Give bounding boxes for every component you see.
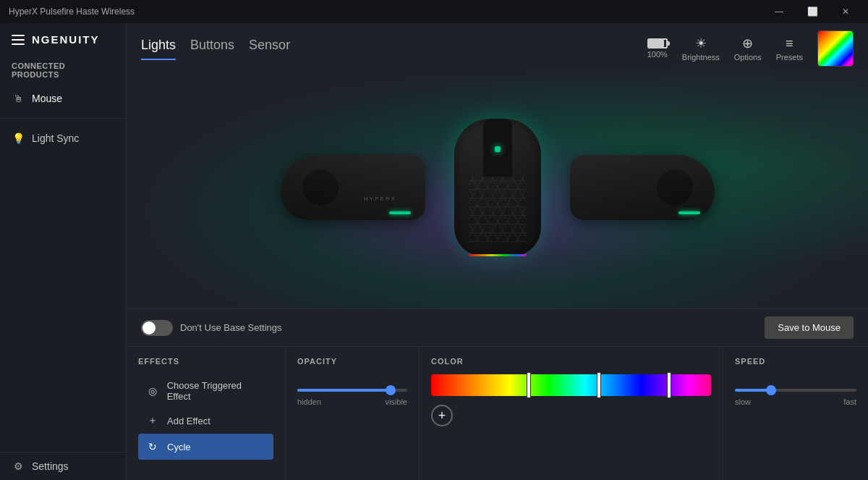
opacity-slider-track[interactable] — [297, 389, 407, 392]
toggle-row: Don't Use Base Settings — [141, 320, 282, 336]
effect-choose-triggered-label: Choose Triggered Effect — [167, 380, 266, 402]
sidebar-item-mouse-label: Mouse — [32, 93, 62, 104]
sidebar-item-light-sync-label: Light Sync — [32, 132, 79, 144]
connected-products-label: Connected Products — [0, 56, 126, 85]
speed-slider-thumb[interactable] — [766, 385, 776, 395]
titlebar: HyperX Pulsefire Haste Wireless — ⬜ ✕ — [0, 0, 868, 23]
mouse-images: HYPERX — [281, 104, 715, 271]
speed-slider-container: slow fast — [735, 374, 856, 413]
maximize-button[interactable]: ⬜ — [796, 0, 829, 23]
options-button[interactable]: ⊕ Options — [734, 35, 762, 62]
app-body: NGENUITY Connected Products 🖱 Mouse 💡 Li… — [0, 23, 868, 480]
speed-label-left: slow — [735, 397, 751, 406]
hex-pattern — [469, 177, 527, 242]
add-color-button[interactable]: + — [431, 405, 453, 426]
add-effect-icon: ＋ — [145, 413, 160, 428]
speed-slider-track[interactable] — [735, 389, 856, 392]
close-button[interactable]: ✕ — [829, 0, 862, 23]
mouse-center-view — [454, 119, 541, 256]
effects-panel-title: EFFECTS — [138, 357, 273, 366]
opacity-slider-container: hidden visible — [297, 374, 407, 413]
opacity-label-left: hidden — [297, 397, 321, 406]
effect-add-effect[interactable]: ＋ Add Effect — [138, 408, 273, 434]
presets-label: Presets — [776, 53, 803, 62]
sidebar-item-mouse[interactable]: 🖱 Mouse — [0, 85, 126, 112]
color-marker-2[interactable] — [597, 372, 601, 398]
nav-tabs: Lights Buttons Sensor — [141, 38, 290, 60]
battery-icon — [647, 38, 668, 49]
window-controls: — ⬜ ✕ — [762, 0, 862, 23]
color-bar[interactable] — [431, 374, 711, 396]
brightness-label: Brightness — [682, 53, 720, 62]
color-marker-1[interactable] — [527, 372, 531, 398]
effect-cycle[interactable]: ↻ Cycle — [138, 434, 273, 460]
sidebar-item-light-sync[interactable]: 💡 Light Sync — [0, 125, 126, 152]
base-settings-label: Don't Use Base Settings — [180, 322, 282, 333]
light-sync-icon: 💡 — [12, 132, 25, 145]
mouse-right-silhouette — [570, 155, 715, 220]
tab-buttons[interactable]: Buttons — [190, 38, 234, 60]
speed-panel-title: SPEED — [735, 357, 856, 366]
effect-choose-triggered[interactable]: ◎ Choose Triggered Effect — [138, 374, 273, 408]
toolbar-right: 100% ☀ Brightness ⊕ Options ≡ Presets — [647, 30, 854, 67]
opacity-slider-thumb[interactable] — [386, 385, 396, 395]
opacity-panel: OPACITY hidden visible — [286, 347, 420, 480]
cycle-icon: ↻ — [145, 439, 160, 454]
presets-button[interactable]: ≡ Presets — [776, 36, 803, 62]
choose-triggered-icon: ◎ — [145, 384, 160, 398]
options-label: Options — [734, 53, 762, 62]
brightness-icon: ☀ — [695, 35, 707, 51]
color-panel: COLOR + — [420, 347, 723, 480]
brightness-button[interactable]: ☀ Brightness — [682, 35, 720, 62]
settings-icon: ⚙ — [12, 460, 25, 473]
tab-sensor[interactable]: Sensor — [249, 38, 290, 60]
sidebar-header: NGENUITY — [0, 23, 126, 56]
sidebar-divider — [0, 118, 126, 119]
base-settings-bar: Don't Use Base Settings Save to Mouse — [127, 308, 868, 346]
speed-panel: SPEED slow fast — [723, 347, 868, 480]
color-marker-3[interactable] — [667, 372, 671, 398]
battery-indicator: 100% — [647, 38, 668, 59]
speed-label-right: fast — [843, 397, 856, 406]
options-icon: ⊕ — [742, 35, 753, 51]
opacity-slider-labels: hidden visible — [297, 397, 407, 406]
sidebar-item-settings-label: Settings — [32, 460, 69, 472]
main-content: Lights Buttons Sensor 100% ☀ Brightness … — [127, 23, 868, 480]
window-title: HyperX Pulsefire Haste Wireless — [9, 7, 135, 17]
battery-percent: 100% — [647, 50, 668, 59]
mouse-left-silhouette: HYPERX — [281, 155, 425, 220]
base-settings-toggle[interactable] — [141, 320, 173, 336]
sidebar-item-settings[interactable]: ⚙ Settings — [0, 452, 126, 480]
effect-add-effect-label: Add Effect — [167, 416, 210, 426]
sidebar: NGENUITY Connected Products 🖱 Mouse 💡 Li… — [0, 23, 127, 480]
effects-panel: EFFECTS ◎ Choose Triggered Effect ＋ Add … — [127, 347, 286, 480]
mouse-right-view — [570, 155, 715, 220]
color-panel-title: COLOR — [431, 357, 711, 366]
toggle-knob — [142, 321, 156, 334]
sidebar-bottom: ⚙ Settings — [0, 452, 126, 480]
tab-lights[interactable]: Lights — [141, 38, 176, 60]
mouse-display: HYPERX — [127, 67, 868, 308]
preset-thumbnail[interactable] — [817, 30, 854, 67]
brand-text-left: HYPERX — [364, 195, 396, 202]
presets-icon: ≡ — [786, 36, 793, 51]
mouse-icon: 🖱 — [12, 92, 25, 105]
opacity-label-right: visible — [385, 397, 407, 406]
save-to-mouse-button[interactable]: Save to Mouse — [765, 316, 854, 339]
effects-panels: EFFECTS ◎ Choose Triggered Effect ＋ Add … — [127, 346, 868, 480]
mouse-center-silhouette — [454, 119, 541, 256]
speed-slider-labels: slow fast — [735, 397, 856, 406]
app-logo: NGENUITY — [32, 33, 100, 46]
hamburger-menu-icon[interactable] — [12, 35, 25, 45]
mouse-left-view: HYPERX — [281, 155, 425, 220]
opacity-slider-fill — [297, 389, 391, 392]
opacity-panel-title: OPACITY — [297, 357, 407, 366]
minimize-button[interactable]: — — [762, 0, 796, 23]
effect-cycle-label: Cycle — [167, 442, 191, 452]
top-bar: Lights Buttons Sensor 100% ☀ Brightness … — [127, 23, 868, 67]
